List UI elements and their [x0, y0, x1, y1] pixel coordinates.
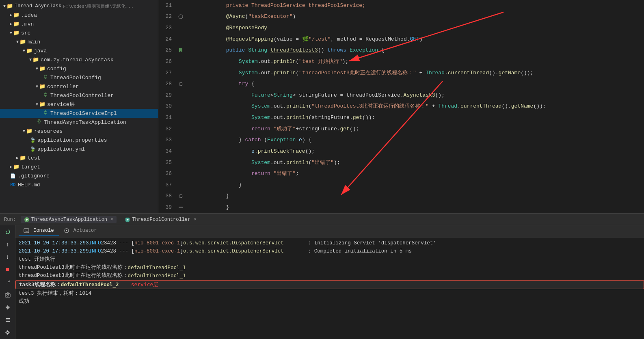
- sidebar-item-app-yml[interactable]: 🍃 application.yml: [0, 145, 158, 153]
- spring-icon: ©: [42, 110, 49, 117]
- console-tab-actuator[interactable]: Actuator: [59, 226, 102, 236]
- pin-button[interactable]: [2, 302, 13, 312]
- line-number: 36: [158, 170, 177, 178]
- settings-button[interactable]: [2, 327, 13, 337]
- sidebar-item-main[interactable]: ▼ 📁 main: [0, 37, 158, 46]
- sidebar-item-helpmd[interactable]: MD HELP.md: [0, 180, 158, 189]
- run-tab-controller-close[interactable]: ×: [194, 217, 197, 222]
- code-editor-area: 21 private ThreadPoolService threadPoolS…: [158, 0, 644, 213]
- sidebar-item-label: src: [21, 30, 30, 36]
- sidebar-item-label: main: [28, 39, 40, 45]
- restart-icon: [4, 229, 11, 235]
- scope-icon: [178, 205, 184, 210]
- sidebar-item-label: test: [28, 155, 40, 161]
- arrow-icon: ▶: [10, 164, 12, 169]
- wrench-icon: [5, 279, 11, 285]
- sidebar-item-label: ThreadPoolConfig: [50, 75, 101, 81]
- list-button[interactable]: [2, 315, 13, 325]
- main-layout: ▼ 📁 Thread_AsyncTask F:\Codes\唯实项目组\无纸化.…: [0, 0, 644, 213]
- run-tab-app[interactable]: ThreadAsyncTaskApplication ×: [21, 216, 117, 223]
- gutter-icon: [178, 81, 184, 87]
- restart-button[interactable]: [2, 227, 13, 237]
- sidebar-item-label: controller: [47, 84, 79, 90]
- folder-icon: 📁: [13, 12, 19, 18]
- svg-point-18: [6, 331, 9, 333]
- line-number: 23: [158, 24, 177, 32]
- arrow-icon: ▼: [10, 31, 12, 35]
- line-number: 32: [158, 125, 177, 133]
- sidebar-item-resources[interactable]: ▼ 📁 resources: [0, 127, 158, 136]
- svg-rect-13: [5, 294, 10, 297]
- bookmark-icon: [178, 48, 184, 53]
- code-wrapper: 21 private ThreadPoolService threadPoolS…: [158, 0, 644, 213]
- sidebar-item-threadasynctaskapplication[interactable]: © ThreadAsyncTaskApplication: [0, 118, 158, 127]
- scroll-down-button[interactable]: ↓: [2, 252, 13, 262]
- run-tab-close[interactable]: ×: [110, 217, 113, 222]
- line-number: 27: [158, 69, 177, 77]
- sidebar-item-test[interactable]: ▶ 📁 test: [0, 153, 158, 162]
- sidebar-item-label: application.yml: [37, 146, 85, 152]
- gear-icon: [5, 330, 11, 335]
- line-number: 30: [158, 102, 177, 110]
- line-content: }: [185, 195, 644, 213]
- sidebar-item-label: service层: [47, 101, 75, 108]
- line-gutter: [177, 205, 185, 210]
- svg-point-3: [179, 194, 182, 198]
- camera-button[interactable]: [2, 289, 13, 300]
- sidebar-item-threadpoolserviceimpl[interactable]: © ThreadPoolServiceImpl: [0, 109, 158, 118]
- sidebar-item-controller[interactable]: ▼ 📁 controller: [0, 82, 158, 91]
- console-icon: [24, 228, 29, 233]
- code-line-39: 39 }: [158, 202, 644, 213]
- line-number: 29: [158, 91, 177, 99]
- sidebar-item-threadpoolcontroller[interactable]: © ThreadPoolController: [0, 91, 158, 100]
- log-text: nio-8001-exec-1: [134, 247, 180, 255]
- arrow-icon: ▼: [29, 58, 32, 62]
- file-icon: 📄: [10, 173, 16, 179]
- wrench-button[interactable]: [2, 277, 13, 287]
- line-number: 33: [158, 136, 177, 144]
- folder-icon: 📁: [39, 65, 45, 72]
- sidebar-item-target[interactable]: ▶ 📁 target: [0, 162, 158, 171]
- line-number: 38: [158, 192, 177, 200]
- log-text: o.s.web.servlet.DispatcherServlet: [183, 239, 284, 247]
- sidebar-item-package[interactable]: ▼ 📁 com.zy.thread_asynctask: [0, 55, 158, 64]
- sidebar-item-project[interactable]: ▼ 📁 Thread_AsyncTask F:\Codes\唯实项目组\无纸化.…: [0, 2, 158, 11]
- sidebar-item-src[interactable]: ▼ 📁 src: [0, 28, 158, 37]
- line-number: 26: [158, 58, 177, 66]
- sidebar-item-service[interactable]: ▼ 📁 service层: [0, 100, 158, 109]
- stop-button[interactable]: ■: [2, 265, 13, 275]
- console-tab-console[interactable]: Console: [19, 226, 59, 236]
- log-text: 23428 --- [: [101, 247, 135, 255]
- sidebar-item-mvn[interactable]: ▶ 📁 .mvn: [0, 19, 158, 28]
- sidebar-item-threadpoolconfig[interactable]: © ThreadPoolConfig: [0, 73, 158, 82]
- sidebar-item-label: application.properties: [37, 137, 107, 143]
- sidebar-item-label: .gitignore: [18, 173, 50, 179]
- run-tab-controller[interactable]: ThreadPoolController ×: [121, 216, 200, 223]
- sidebar-item-idea[interactable]: ▶ 📁 .idea: [0, 11, 158, 19]
- svg-rect-16: [6, 320, 10, 320]
- run-tab-app-label: ThreadAsyncTaskApplication: [31, 217, 107, 222]
- log-text: ]: [180, 247, 184, 255]
- sidebar-item-java[interactable]: ▼ 📁 java: [0, 46, 158, 55]
- log-text: 2021-10-20 17:33:33.293: [19, 239, 89, 247]
- folder-icon: 📁: [39, 101, 45, 108]
- scroll-up-button[interactable]: ↑: [2, 240, 13, 250]
- svg-point-2: [179, 82, 182, 86]
- folder-icon: 📁: [19, 155, 26, 161]
- log-text: task3线程名称：: [19, 281, 61, 289]
- sidebar-item-config[interactable]: ▼ 📁 config: [0, 64, 158, 73]
- sidebar-item-app-properties[interactable]: 🍃 application.properties: [0, 136, 158, 145]
- sidebar-item-gitignore[interactable]: 📄 .gitignore: [0, 171, 158, 180]
- log-text: threadPooltest3此时正在运行的线程名称：: [19, 263, 128, 272]
- line-number: 24: [158, 35, 177, 43]
- camera-icon: [5, 292, 11, 298]
- folder-icon: 📁: [26, 48, 32, 54]
- run-label: Run:: [4, 217, 16, 222]
- log-text: INFO: [89, 247, 101, 255]
- service-layer-annotation: service层: [131, 281, 159, 289]
- line-number: 28: [158, 80, 177, 88]
- sidebar-item-label: com.zy.thread_asynctask: [41, 57, 113, 63]
- arrow-icon: ▶: [10, 13, 12, 17]
- arrow-icon: ▼: [36, 102, 38, 107]
- folder-icon: 📁: [19, 39, 26, 45]
